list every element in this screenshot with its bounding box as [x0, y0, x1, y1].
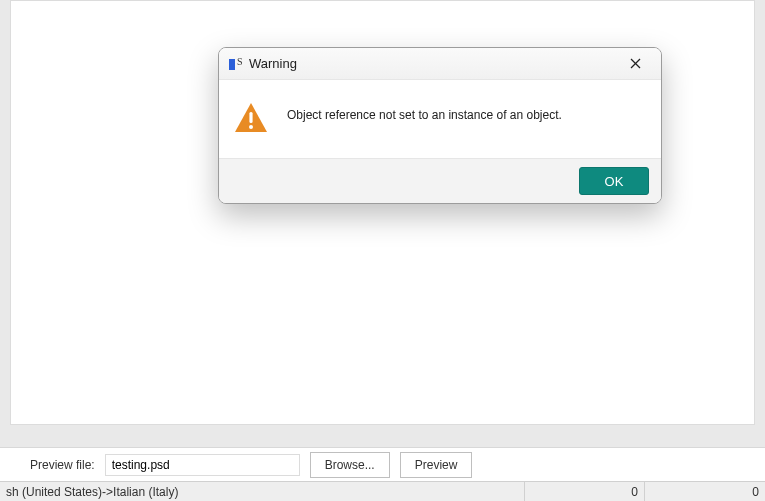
dialog-title: Warning: [249, 56, 613, 71]
dialog-titlebar[interactable]: S Warning: [219, 48, 661, 80]
preview-button[interactable]: Preview: [400, 452, 473, 478]
status-count-1: 0: [525, 482, 645, 501]
close-icon: [630, 58, 641, 69]
svg-rect-3: [249, 112, 252, 123]
browse-button[interactable]: Browse...: [310, 452, 390, 478]
bottom-toolbar: Preview file: Browse... Preview: [0, 447, 765, 481]
dialog-button-row: OK: [219, 158, 661, 203]
dialog-body: Object reference not set to an instance …: [219, 80, 661, 158]
dialog-message: Object reference not set to an instance …: [287, 100, 562, 122]
ok-button[interactable]: OK: [579, 167, 649, 195]
warning-dialog: S Warning Object reference not set to an…: [218, 47, 662, 204]
svg-point-4: [249, 125, 253, 129]
svg-text:S: S: [237, 56, 243, 67]
status-bar: sh (United States)->Italian (Italy) 0 0: [0, 481, 765, 501]
status-count-2: 0: [645, 482, 765, 501]
app-icon: S: [227, 56, 243, 72]
close-button[interactable]: [613, 50, 657, 78]
preview-file-input[interactable]: [105, 454, 300, 476]
warning-icon: [233, 100, 269, 136]
preview-file-label: Preview file:: [30, 458, 95, 472]
status-language: sh (United States)->Italian (Italy): [0, 482, 525, 501]
